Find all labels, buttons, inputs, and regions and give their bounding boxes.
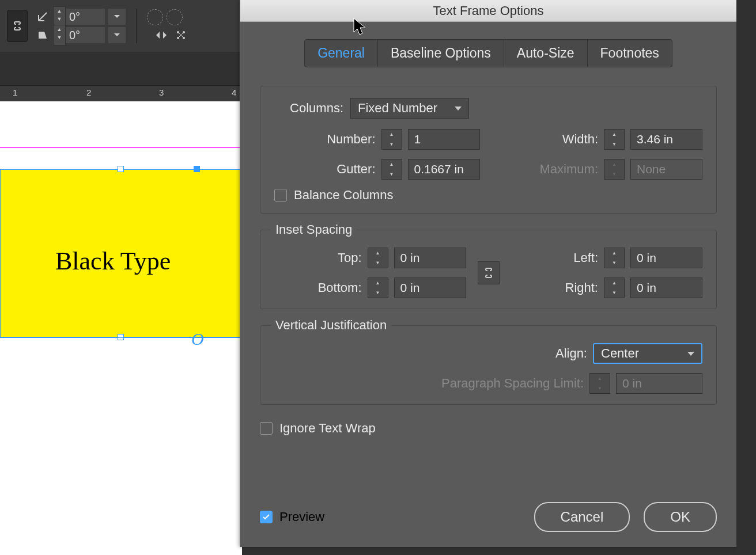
number-label: Number:: [312, 132, 376, 147]
link-values-icon[interactable]: [478, 261, 500, 284]
top-label: Top:: [304, 250, 362, 265]
chevron-down-icon: [687, 352, 694, 356]
dialog-tabs: General Baseline Options Auto-Size Footn…: [304, 39, 672, 67]
maximum-input: None: [630, 159, 702, 180]
tab-footnotes[interactable]: Footnotes: [588, 40, 672, 67]
flip-horizontal-icon[interactable]: [154, 28, 169, 43]
bottom-label: Bottom:: [304, 280, 362, 295]
shear-input[interactable]: ▲▼ 0°: [53, 27, 105, 43]
constrain-link-icon[interactable]: [7, 10, 28, 42]
rotate-dropdown[interactable]: [108, 9, 126, 25]
psl-input: 0 in: [616, 373, 702, 394]
columns-label: Columns:: [274, 101, 343, 116]
anchor-marker: O: [191, 329, 204, 349]
flip-vertical-icon[interactable]: [173, 28, 188, 43]
preview-label: Preview: [279, 510, 324, 524]
transform-toolbar: ▲▼ 0° ▲▼ 0°: [0, 0, 242, 52]
bottom-stepper[interactable]: ▲▼: [368, 278, 388, 298]
left-input[interactable]: 0 in: [630, 248, 702, 268]
chevron-down-icon: [455, 107, 462, 111]
maximum-label: Maximum:: [529, 162, 598, 177]
stepper-icon[interactable]: ▲▼: [53, 25, 66, 45]
stepper-icon[interactable]: ▲▼: [53, 6, 66, 27]
gutter-label: Gutter:: [312, 162, 376, 177]
cancel-button[interactable]: Cancel: [534, 502, 630, 532]
inset-spacing-group: Inset Spacing Top: ▲▼ 0 in Bottom: ▲▼ 0 …: [260, 230, 717, 309]
right-stepper[interactable]: ▲▼: [604, 278, 625, 298]
number-stepper[interactable]: ▲▼: [381, 129, 402, 150]
selection-handle[interactable]: [194, 166, 200, 172]
balance-columns-label: Balance Columns: [294, 188, 393, 203]
dialog-titlebar: Text Frame Options: [240, 0, 736, 22]
left-label: Left:: [540, 250, 598, 265]
guide-line: [0, 147, 242, 148]
psl-label: Paragraph Spacing Limit:: [441, 376, 584, 391]
ignore-text-wrap-label: Ignore Text Wrap: [279, 421, 376, 436]
tab-general[interactable]: General: [305, 40, 378, 67]
rotate-input[interactable]: ▲▼ 0°: [53, 9, 105, 25]
psl-stepper: ▲▼: [589, 373, 610, 394]
balance-columns-checkbox[interactable]: [274, 189, 287, 202]
vertical-justification-group: Vertical Justification Align: Center Par…: [260, 325, 717, 405]
shear-icon: [36, 28, 50, 42]
text-frame-options-dialog: Text Frame Options General Baseline Opti…: [240, 0, 736, 547]
frame-edge: [0, 337, 242, 338]
number-input[interactable]: 1: [408, 129, 480, 150]
left-stepper[interactable]: ▲▼: [604, 248, 625, 268]
rotate-ccw-icon[interactable]: [147, 9, 163, 25]
tab-autosize[interactable]: Auto-Size: [504, 40, 588, 67]
ok-button[interactable]: OK: [644, 502, 717, 532]
align-label: Align:: [555, 346, 587, 361]
inset-legend: Inset Spacing: [271, 222, 357, 237]
bottom-input[interactable]: 0 in: [394, 278, 466, 298]
selection-handle[interactable]: [118, 166, 124, 172]
frame-text: Black Type: [55, 246, 171, 276]
ignore-text-wrap-checkbox[interactable]: [260, 422, 273, 435]
vjust-legend: Vertical Justification: [271, 318, 391, 333]
rotate-cw-icon[interactable]: [167, 9, 183, 25]
align-select[interactable]: Center: [593, 343, 702, 364]
columns-type-select[interactable]: Fixed Number: [350, 98, 469, 119]
width-label: Width:: [529, 132, 598, 147]
document-canvas[interactable]: Black Type O: [0, 101, 242, 555]
width-input[interactable]: 3.46 in: [630, 129, 702, 150]
tab-baseline[interactable]: Baseline Options: [378, 40, 504, 67]
right-input[interactable]: 0 in: [630, 278, 702, 298]
dialog-title: Text Frame Options: [433, 3, 544, 18]
dialog-bottombar: Preview Cancel OK: [260, 502, 717, 532]
preview-checkbox[interactable]: [260, 511, 273, 523]
right-label: Right:: [540, 280, 598, 295]
horizontal-ruler: 1 2 3 4: [0, 85, 242, 101]
shear-dropdown[interactable]: [108, 27, 126, 43]
gutter-stepper[interactable]: ▲▼: [381, 159, 402, 180]
rotate-icon: [36, 10, 50, 24]
gutter-input[interactable]: 0.1667 in: [408, 159, 480, 180]
top-input[interactable]: 0 in: [394, 248, 466, 268]
top-stepper[interactable]: ▲▼: [368, 248, 388, 268]
width-stepper[interactable]: ▲▼: [604, 129, 625, 150]
maximum-stepper: ▲▼: [604, 159, 625, 180]
columns-group: Columns: Fixed Number Number: ▲▼ 1 Width…: [260, 86, 717, 214]
